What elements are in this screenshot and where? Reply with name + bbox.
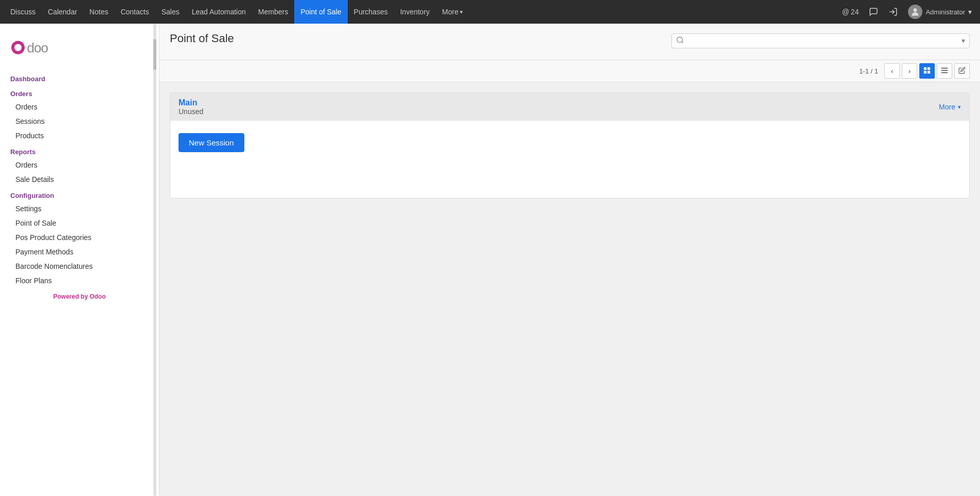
avatar xyxy=(908,5,922,19)
svg-rect-12 xyxy=(941,70,948,71)
pos-card-subtitle: Unused xyxy=(179,107,203,116)
nav-item-contacts[interactable]: Contacts xyxy=(114,0,155,24)
chevron-right-icon: › xyxy=(908,67,911,75)
user-name: Administrator xyxy=(925,8,965,16)
edit-icon xyxy=(958,67,966,76)
sidebar-item-sessions[interactable]: Sessions xyxy=(0,114,159,128)
svg-rect-11 xyxy=(941,67,948,68)
nav-item-notes[interactable]: Notes xyxy=(83,0,115,24)
list-icon xyxy=(941,67,948,76)
sidebar-item-pos-product-categories[interactable]: Pos Product Categories xyxy=(0,230,159,245)
odoo-brand-link[interactable]: Odoo xyxy=(90,293,105,300)
nav-item-more[interactable]: More xyxy=(436,0,469,24)
sidebar-section-configuration: Configuration xyxy=(0,187,159,201)
content-area: Point of Sale ▾ 1-1 / 1 ‹ › xyxy=(159,24,980,496)
pos-card-body: New Session xyxy=(170,121,969,198)
sidebar-scrollbar[interactable] xyxy=(153,24,157,496)
pagination-label: 1-1 / 1 xyxy=(859,67,878,75)
sidebar-item-floor-plans[interactable]: Floor Plans xyxy=(0,273,159,288)
powered-by: Powered by Odoo xyxy=(0,288,159,305)
list-view-button[interactable] xyxy=(937,63,952,79)
nav-item-discuss[interactable]: Discuss xyxy=(4,0,42,24)
nav-item-calendar[interactable]: Calendar xyxy=(42,0,83,24)
sidebar-item-sale-details[interactable]: Sale Details xyxy=(0,172,159,187)
sidebar-item-barcode-nomenclatures[interactable]: Barcode Nomenclatures xyxy=(0,259,159,273)
nav-item-purchases[interactable]: Purchases xyxy=(348,0,394,24)
svg-rect-8 xyxy=(928,67,930,69)
edit-button[interactable] xyxy=(954,63,970,79)
grid-icon xyxy=(923,67,931,76)
sidebar-item-pos[interactable]: Point of Sale xyxy=(0,216,159,230)
at-icon: @ xyxy=(842,8,849,16)
logo-area: doo xyxy=(0,24,159,70)
card-more-button[interactable]: More xyxy=(939,103,961,111)
sidebar-item-settings[interactable]: Settings xyxy=(0,201,159,216)
login-icon-btn[interactable] xyxy=(884,0,902,24)
nav-item-point-of-sale[interactable]: Point of Sale xyxy=(294,0,347,24)
sidebar-item-products[interactable]: Products xyxy=(0,128,159,143)
search-input[interactable] xyxy=(687,36,961,45)
toolbar: 1-1 / 1 ‹ › xyxy=(159,60,980,82)
badge-count: 24 xyxy=(851,8,859,16)
svg-rect-7 xyxy=(924,67,926,69)
svg-text:doo: doo xyxy=(27,40,48,56)
svg-point-1 xyxy=(914,8,917,12)
new-session-button[interactable]: New Session xyxy=(179,133,244,152)
search-icon xyxy=(676,36,684,46)
notifications-badge[interactable]: @ 24 xyxy=(838,0,863,24)
sidebar-section-reports: Reports xyxy=(0,143,159,158)
search-bar[interactable]: ▾ xyxy=(671,33,970,48)
prev-page-button[interactable]: ‹ xyxy=(884,63,900,79)
pos-card-header: Main Unused More xyxy=(170,93,969,121)
page-title: Point of Sale xyxy=(170,32,234,45)
sidebar-item-reports-orders[interactable]: Orders xyxy=(0,158,159,172)
user-menu[interactable]: Administrator ▾ xyxy=(904,0,976,24)
content-header: Point of Sale ▾ xyxy=(159,24,980,60)
top-navigation: Discuss Calendar Notes Contacts Sales Le… xyxy=(0,0,980,24)
nav-item-sales[interactable]: Sales xyxy=(155,0,186,24)
nav-item-inventory[interactable]: Inventory xyxy=(394,0,436,24)
sidebar: doo Dashboard Orders Orders Sessions Pro… xyxy=(0,24,159,496)
chat-icon-btn[interactable] xyxy=(865,0,882,24)
svg-point-3 xyxy=(14,44,22,51)
sidebar-section-orders: Orders xyxy=(0,85,159,100)
next-page-button[interactable]: › xyxy=(902,63,917,79)
pos-card-main: Main Unused More New Session xyxy=(170,93,970,198)
odoo-logo: doo xyxy=(10,34,77,62)
sidebar-item-orders[interactable]: Orders xyxy=(0,100,159,114)
svg-rect-9 xyxy=(924,70,926,73)
nav-item-lead-automation[interactable]: Lead Automation xyxy=(186,0,252,24)
chevron-left-icon: ‹ xyxy=(891,67,894,75)
svg-rect-13 xyxy=(941,72,948,73)
nav-item-members[interactable]: Members xyxy=(252,0,294,24)
svg-line-6 xyxy=(682,42,683,43)
sidebar-section-dashboard: Dashboard xyxy=(0,70,159,85)
user-dropdown-icon: ▾ xyxy=(968,8,972,16)
pos-card-title: Main xyxy=(179,98,203,107)
sidebar-item-payment-methods[interactable]: Payment Methods xyxy=(0,245,159,259)
svg-point-5 xyxy=(677,37,683,43)
card-grid: Main Unused More New Session xyxy=(159,82,980,496)
search-dropdown-icon[interactable]: ▾ xyxy=(961,36,965,45)
svg-rect-10 xyxy=(928,70,930,73)
grid-view-button[interactable] xyxy=(919,63,935,79)
